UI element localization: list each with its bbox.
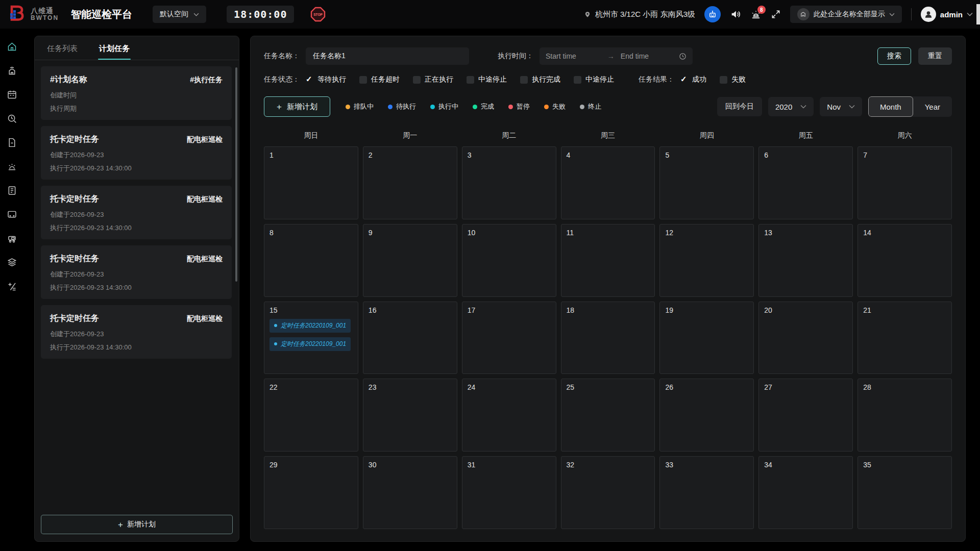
search-button[interactable]: 搜索 xyxy=(877,47,911,65)
task-result-label: 任务结果： xyxy=(639,75,674,84)
calendar-day-cell[interactable]: 4 xyxy=(561,146,655,219)
calendar-day-cell[interactable]: 1 xyxy=(264,146,358,219)
day-number: 32 xyxy=(567,461,650,469)
reset-button[interactable]: 重置 xyxy=(918,47,952,65)
plan-task-tag: 配电柜巡检 xyxy=(187,195,223,204)
calendar-event-chip[interactable]: 定时任务20220109_001 xyxy=(270,337,351,351)
day-number: 19 xyxy=(665,306,748,314)
calendar-day-cell[interactable]: 16 xyxy=(363,302,457,374)
task-name-input[interactable] xyxy=(306,47,469,65)
calendar-day-cell[interactable]: 20 xyxy=(758,302,853,374)
year-select[interactable]: 2020 xyxy=(768,97,814,116)
calendar-day-cell[interactable]: 8 xyxy=(264,224,358,297)
calendar-day-cell[interactable]: 23 xyxy=(363,379,457,452)
calendar-day-cell[interactable]: 2 xyxy=(363,146,457,219)
tab-task-list[interactable]: 任务列表 xyxy=(46,36,79,60)
calendar-day-cell[interactable]: 18 xyxy=(561,302,655,374)
plan-exec-time: 执行于2026-09-23 14:30:00 xyxy=(50,343,223,352)
calendar-day-cell[interactable]: 12 xyxy=(659,224,754,297)
status-checkbox-timeout[interactable]: 任务超时 xyxy=(359,75,400,84)
calendar-day-cell[interactable]: 13 xyxy=(758,224,853,297)
calendar-day-cell[interactable]: 25 xyxy=(561,379,655,452)
alarm-button[interactable]: 8 xyxy=(750,9,762,20)
space-selector[interactable]: 默认空间 xyxy=(153,6,206,23)
task-card[interactable]: 托卡定时任务 配电柜巡检 创建于2026-09-23 执行于2026-09-23… xyxy=(41,245,232,299)
calendar-day-cell[interactable]: 32 xyxy=(561,456,655,529)
calendar-day-cell[interactable]: 35 xyxy=(857,456,952,529)
sidebar-item-report[interactable] xyxy=(3,182,20,199)
sidebar-item-inspection-search[interactable] xyxy=(3,110,20,127)
calendar-day-cell[interactable]: 31 xyxy=(462,456,556,529)
status-checkbox-finished[interactable]: 执行完成 xyxy=(520,75,560,84)
stop-button[interactable]: STOP xyxy=(310,7,326,22)
sidebar-item-station[interactable] xyxy=(3,62,20,79)
task-card[interactable]: 托卡定时任务 配电柜巡检 创建于2026-09-23 执行于2026-09-23… xyxy=(41,186,232,239)
calendar-day-cell[interactable]: 28 xyxy=(857,379,952,452)
add-plan-button[interactable]: + 新增计划 xyxy=(264,96,330,117)
calendar-day-cell[interactable]: 30 xyxy=(363,456,457,529)
calendar-day-cell[interactable]: 14 xyxy=(857,224,952,297)
calendar-day-cell[interactable]: 11 xyxy=(561,224,655,297)
calendar-day-cell[interactable]: 27 xyxy=(758,379,853,452)
status-checkbox-stopped-2[interactable]: 中途停止 xyxy=(574,75,614,84)
calendar-day-cell[interactable]: 24 xyxy=(462,379,556,452)
user-menu[interactable]: admin xyxy=(921,7,973,22)
day-number: 24 xyxy=(468,383,551,391)
calendar-day-cell[interactable]: 19 xyxy=(659,302,754,374)
plan-created-time: 创建于2026-09-23 xyxy=(50,330,223,339)
calendar-day-cell[interactable]: 7 xyxy=(857,146,952,219)
sidebar-item-robot[interactable] xyxy=(3,230,20,247)
sidebar-item-layers[interactable] xyxy=(3,254,20,271)
sidebar-item-alarm[interactable] xyxy=(3,158,20,175)
view-toggle-year[interactable]: Year xyxy=(913,96,952,117)
event-dot xyxy=(274,342,277,345)
fullscreen-button[interactable] xyxy=(771,9,781,19)
calendar-day-cell[interactable]: 6 xyxy=(758,146,853,219)
sidebar-item-monitor[interactable] xyxy=(3,206,20,223)
sound-button[interactable] xyxy=(730,9,741,20)
checkbox-icon xyxy=(520,76,528,84)
calendar-day-cell[interactable]: 33 xyxy=(659,456,754,529)
day-number: 7 xyxy=(863,151,946,159)
task-card-template[interactable]: #计划名称 #执行任务 创建时间 执行周期 xyxy=(41,66,232,120)
tab-planned-tasks[interactable]: 计划任务 xyxy=(98,36,131,60)
calendar-day-cell[interactable]: 29 xyxy=(264,456,358,529)
status-checkbox-running[interactable]: 正在执行 xyxy=(413,75,453,84)
list-scrollbar[interactable] xyxy=(235,67,237,282)
month-select[interactable]: Nov xyxy=(820,97,862,116)
sidebar-item-home[interactable] xyxy=(3,38,20,55)
result-checkbox-fail[interactable]: 失败 xyxy=(720,75,746,84)
calendar-day-cell[interactable]: 17 xyxy=(462,302,556,374)
page-title: 智能巡检平台 xyxy=(71,8,132,21)
calendar-day-cell[interactable]: 9 xyxy=(363,224,457,297)
status-checkbox-stopped[interactable]: 中途停止 xyxy=(467,75,507,84)
legend-dot xyxy=(388,105,393,109)
chevron-down-icon xyxy=(193,13,199,16)
calendar-day-cell[interactable]: 5 xyxy=(659,146,754,219)
sidebar-item-document[interactable] xyxy=(3,134,20,151)
calendar-day-cell[interactable]: 10 xyxy=(462,224,556,297)
task-card[interactable]: 托卡定时任务 配电柜巡检 创建于2026-09-23 执行于2026-09-23… xyxy=(41,305,232,359)
calendar-day-cell[interactable]: 34 xyxy=(758,456,853,529)
calendar-day-cell[interactable]: 21 xyxy=(857,302,952,374)
status-checkbox-waiting[interactable]: 等待执行 xyxy=(306,75,346,84)
page-scrollbar[interactable] xyxy=(976,0,980,29)
add-plan-button-sidebar[interactable]: + 新增计划 xyxy=(41,515,233,534)
view-toggle-month[interactable]: Month xyxy=(868,96,913,117)
day-number: 28 xyxy=(863,383,946,391)
enterprise-selector[interactable]: 此处企业名称全部显示 xyxy=(790,6,902,23)
calendar-event-chip[interactable]: 定时任务20220109_001 xyxy=(270,319,351,333)
calendar-day-cell[interactable]: 15定时任务20220109_001定时任务20220109_001 xyxy=(264,302,358,374)
sidebar-item-adjust[interactable] xyxy=(3,278,20,295)
calendar-day-cell[interactable]: 22 xyxy=(264,379,358,452)
calendar-day-cell[interactable]: 26 xyxy=(659,379,754,452)
sidebar-item-schedule[interactable] xyxy=(3,86,20,103)
back-to-today-button[interactable]: 回到今日 xyxy=(717,97,762,116)
end-time-placeholder: End time xyxy=(621,52,649,60)
time-range-picker[interactable]: Start time → End time xyxy=(540,47,693,65)
calendar-day-cell[interactable]: 3 xyxy=(462,146,556,219)
result-checkbox-success[interactable]: 成功 xyxy=(680,75,706,84)
calendar-icon xyxy=(7,89,17,100)
assistant-button[interactable] xyxy=(704,6,721,22)
task-card[interactable]: 托卡定时任务 配电柜巡检 创建于2026-09-23 执行于2026-09-23… xyxy=(41,126,232,180)
